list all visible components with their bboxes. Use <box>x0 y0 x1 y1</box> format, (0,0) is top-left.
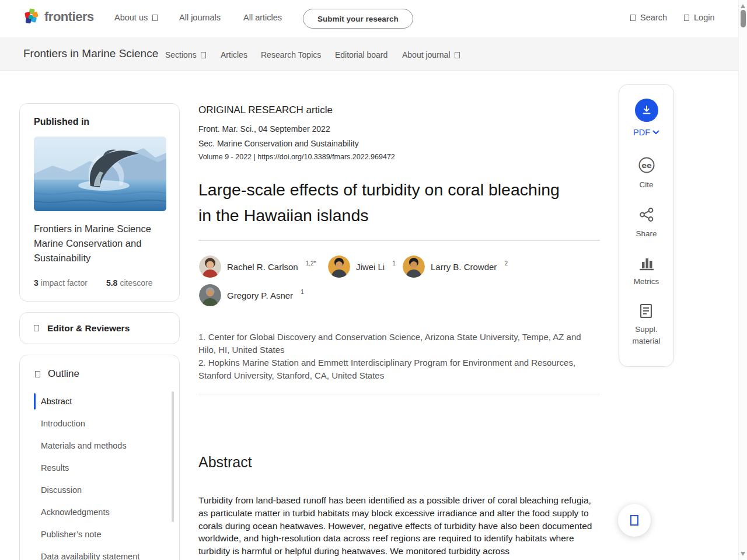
published-section-link[interactable]: Marine Conservation and Sustainability <box>34 236 165 265</box>
login-icon <box>684 15 689 21</box>
login-button[interactable]: Login <box>684 13 714 22</box>
editor-reviewers-label: Editor & Reviewers <box>47 323 130 334</box>
jnav-sections[interactable]: Sections <box>165 50 206 60</box>
search-button[interactable]: Search <box>630 13 667 22</box>
share-button[interactable]: Share <box>636 206 657 240</box>
outline-list: Abstract Introduction Materials and meth… <box>20 390 179 560</box>
divider <box>198 394 600 394</box>
metrics-icon <box>638 256 655 271</box>
published-journal-link[interactable]: Frontiers in Marine Science <box>34 222 165 236</box>
jnav-link-label: Research Topics <box>261 50 321 60</box>
jnav-about-journal[interactable]: About journal <box>402 50 460 60</box>
citescore-value: 5.8 <box>106 278 117 288</box>
article-title: Large-scale effects of turbidity on cora… <box>198 177 560 228</box>
outline-item-label: Introduction <box>41 419 85 428</box>
nav-all-articles[interactable]: All articles <box>243 13 282 22</box>
share-icon <box>638 206 655 223</box>
outline-item-introduction[interactable]: Introduction <box>20 412 179 435</box>
author-jiwei-li[interactable]: Jiwei Li 1 <box>328 256 396 278</box>
outline-item-label: Results <box>41 463 69 473</box>
supplementary-material-button[interactable]: Suppl. material <box>632 303 660 347</box>
cite-button[interactable]: ee Cite <box>638 156 655 191</box>
section-line[interactable]: Sec. Marine Conservation and Sustainabil… <box>198 139 359 148</box>
search-icon <box>630 15 636 21</box>
metrics-label: Metrics <box>634 276 659 288</box>
article-type-label: ORIGINAL RESEARCH article <box>198 104 333 116</box>
suppl-label-line2: material <box>632 335 660 347</box>
volume-doi-line[interactable]: Volume 9 - 2022 | https://doi.org/10.338… <box>198 153 395 161</box>
author-name: Gregory P. Asner <box>227 290 293 300</box>
author-name: Rachel R. Carlson <box>227 262 298 272</box>
scroll-up-arrow[interactable] <box>741 4 745 8</box>
share-label: Share <box>636 228 657 240</box>
editor-reviewers-button[interactable]: Editor & Reviewers <box>19 312 180 344</box>
author-avatar <box>403 256 425 278</box>
suppl-label-line1: Suppl. <box>632 324 660 335</box>
outline-icon <box>35 371 40 377</box>
submit-button-label: Submit your research <box>317 15 399 23</box>
article-actions-panel: PDF ee Cite Share Metrics <box>619 84 674 367</box>
author-superscript: 1,2* <box>306 260 316 267</box>
outline-item-publishers-note[interactable]: Publisher’s note <box>20 523 179 545</box>
nav-all-journals[interactable]: All journals <box>179 13 221 22</box>
page-scrollbar[interactable] <box>738 0 747 560</box>
jnav-link-label: Sections <box>165 50 197 60</box>
outline-item-discussion[interactable]: Discussion <box>20 479 179 501</box>
published-in-heading: Published in <box>34 117 165 127</box>
scrollbar-thumb[interactable] <box>741 10 746 27</box>
citescore-stat: 5.8citescore <box>106 278 153 288</box>
author-larry-crowder[interactable]: Larry B. Crowder 2 <box>403 256 508 278</box>
outline-item-label: Acknowledgments <box>41 508 110 517</box>
affiliations-block: 1. Center for Global Discovery and Conse… <box>198 331 600 382</box>
jnav-research-topics[interactable]: Research Topics <box>261 50 321 60</box>
top-navigation-bar: frontiers About us All journals All arti… <box>0 0 747 37</box>
cite-label: Cite <box>639 179 653 191</box>
document-icon <box>639 303 653 318</box>
suppl-material-label: Suppl. material <box>632 324 660 347</box>
affiliation-1: 1. Center for Global Discovery and Conse… <box>198 331 600 356</box>
help-chat-fab[interactable] <box>618 504 651 537</box>
frontiers-logo[interactable]: frontiers <box>23 8 94 26</box>
cite-icon: ee <box>638 156 655 174</box>
author-superscript: 1 <box>301 289 304 295</box>
jnav-editorial-board[interactable]: Editorial board <box>335 50 388 60</box>
journal-home-link[interactable]: Frontiers in Marine Science <box>23 47 158 60</box>
outline-item-abstract[interactable]: Abstract <box>20 390 179 412</box>
nav-about-us[interactable]: About us <box>114 13 158 22</box>
download-pdf-button[interactable] <box>635 99 658 122</box>
author-rachel-carlson[interactable]: Rachel R. Carlson 1,2* <box>199 256 316 278</box>
impact-factor-stat: 3impact factor <box>34 278 88 288</box>
download-icon <box>641 105 652 116</box>
outline-heading: Outline <box>48 368 79 380</box>
journal-cover-image[interactable] <box>34 136 166 211</box>
outline-item-data-availability[interactable]: Data availability statement <box>20 545 179 560</box>
author-gregory-asner[interactable]: Gregory P. Asner 1 <box>199 284 304 306</box>
pdf-dropdown[interactable]: PDF <box>633 128 659 137</box>
author-avatar <box>199 256 221 278</box>
brand-name: frontiers <box>44 9 94 24</box>
active-indicator-bar <box>34 393 36 410</box>
metrics-button[interactable]: Metrics <box>634 256 659 288</box>
jnav-link-label: Articles <box>221 50 247 60</box>
divider <box>198 240 600 241</box>
outline-item-materials-methods[interactable]: Materials and methods <box>20 435 179 457</box>
svg-text:ee: ee <box>641 161 652 170</box>
outline-item-label: Discussion <box>41 485 82 495</box>
outline-scrollbar[interactable] <box>172 391 174 522</box>
published-in-card: Published in Frontier <box>19 103 180 302</box>
outline-item-results[interactable]: Results <box>20 457 179 479</box>
citescore-label: citescore <box>120 278 152 288</box>
jnav-articles[interactable]: Articles <box>221 50 247 60</box>
impact-factor-value: 3 <box>34 278 39 288</box>
author-name: Larry B. Crowder <box>431 262 497 272</box>
outline-item-label: Data availability statement <box>41 552 139 560</box>
author-avatar <box>199 284 221 306</box>
nav-link-label: All articles <box>243 13 282 22</box>
submit-research-button[interactable]: Submit your research <box>303 9 413 29</box>
author-avatar <box>328 256 350 278</box>
abstract-paragraph: Turbidity from land-based runoff has bee… <box>198 494 602 558</box>
nav-link-label: About us <box>114 13 148 22</box>
scroll-down-arrow[interactable] <box>741 552 745 556</box>
citation-line: Front. Mar. Sci., 04 September 2022 <box>198 124 330 134</box>
outline-item-acknowledgments[interactable]: Acknowledgments <box>20 501 179 523</box>
